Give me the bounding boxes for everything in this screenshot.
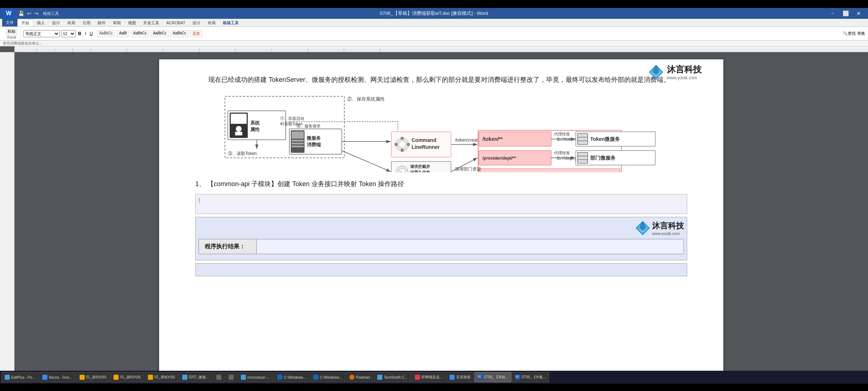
find-button[interactable]: 🔍查找 xyxy=(843,31,856,36)
style-h1[interactable]: AaBl xyxy=(116,30,129,37)
nacos-label: Nacos - Goo... xyxy=(49,375,72,379)
tab-references[interactable]: 引用 xyxy=(79,19,94,26)
svg-rect-47 xyxy=(407,143,410,146)
save-btn[interactable]: 💾 xyxy=(17,10,25,17)
source2-icon xyxy=(114,375,119,380)
taskbar-item8[interactable] xyxy=(225,372,237,382)
ribbon-tabs: 文件 开始 插入 设计 布局 引用 邮件 审阅 视图 开发工具 ACROBAT … xyxy=(0,19,868,27)
style-h2[interactable]: AaBbCc xyxy=(131,30,149,37)
minimize-button[interactable]: － xyxy=(826,8,839,19)
item8-icon xyxy=(229,375,234,380)
taskbar-microcloud[interactable]: microcloud -... xyxy=(238,372,273,382)
font-group: 等线正文 12 B I U xyxy=(24,30,94,37)
taskbar-audio[interactable]: 听啊哦是远... xyxy=(412,372,446,382)
underline-button[interactable]: U xyxy=(89,31,94,37)
taskbar: EditPlus - Po... Nacos - Goo... 01_源码代码 … xyxy=(0,371,868,384)
svg-text:/token/**: /token/** xyxy=(482,136,503,142)
svg-rect-31 xyxy=(292,143,304,144)
item7-icon xyxy=(216,375,221,380)
tab-home[interactable]: 开始 xyxy=(17,19,33,26)
taskbar-windows1[interactable]: C:\Windows... xyxy=(274,372,310,382)
restore-button[interactable]: ⬜ xyxy=(839,8,852,19)
undo-btn[interactable]: ↩ xyxy=(26,10,32,17)
tab-design2[interactable]: 设计 xyxy=(189,19,204,26)
taskbar-postman[interactable]: Postman xyxy=(346,372,373,382)
svg-text:设置头信息: 设置头信息 xyxy=(410,170,430,172)
tab-insert[interactable]: 插入 xyxy=(33,19,48,26)
taskbar-windows2[interactable]: C:\Windows... xyxy=(310,372,345,382)
result-row: 程序执行结果： xyxy=(199,239,684,254)
result-container: 沐言科技 www.yootk.com 程序执行结果： xyxy=(195,217,687,260)
svg-text:|: | xyxy=(235,48,236,51)
audio-label: 听啊哦是远... xyxy=(421,375,442,380)
font-size-select[interactable]: 12 xyxy=(61,30,76,37)
ruler-vertical xyxy=(0,52,14,371)
taskbar-techsmith[interactable]: TechSmith C... xyxy=(374,372,410,382)
architecture-diagram: ②、保存系统属性 系统 属性 ③、读取Token xyxy=(195,93,687,172)
taskbar-course[interactable]: 02_课程代码 xyxy=(145,372,178,382)
taskbar-source2[interactable]: 01_源码代码 xyxy=(110,372,144,382)
microservice-icon xyxy=(182,375,187,380)
taskbar-microservice[interactable]: 0207_微服... xyxy=(179,372,212,382)
code-cursor-2: · xyxy=(199,268,200,273)
ribbon-content: 粘贴 剪贴板 等线正文 12 B I U AaBbCc AaBl AaBbCc … xyxy=(0,27,868,41)
tab-file[interactable]: 文件 xyxy=(2,18,17,26)
document-scroll-area[interactable]: 沐言科技 www.yootk.com 现在已经成功的搭建 TokenServer… xyxy=(14,52,868,371)
tab-review[interactable]: 审阅 xyxy=(109,19,124,26)
svg-text:|: | xyxy=(199,48,200,51)
replace-button[interactable]: 替换 xyxy=(857,31,865,36)
tab-acrobat[interactable]: ACROBAT xyxy=(163,19,189,26)
svg-rect-46 xyxy=(395,143,397,146)
word2-label: 0706_【学案... xyxy=(522,375,546,380)
svg-text:|: | xyxy=(344,48,344,51)
taskbar-nacos[interactable]: Nacos - Goo... xyxy=(39,372,75,382)
style-h3[interactable]: AaBbCc xyxy=(150,30,169,37)
style-normal[interactable]: AaBbCc xyxy=(97,30,115,37)
svg-rect-44 xyxy=(401,137,404,140)
svg-text:调用部门资源: 调用部门资源 xyxy=(455,167,481,172)
svg-text:③、读取Token: ③、读取Token xyxy=(228,151,257,156)
tab-gege[interactable]: 格格工具 xyxy=(219,19,242,26)
document-page: 沐言科技 www.yootk.com 现在已经成功的搭建 TokenServer… xyxy=(159,59,723,371)
tab-view[interactable]: 视图 xyxy=(124,19,140,26)
svg-line-88 xyxy=(342,151,391,172)
taskbar-word1[interactable]: W 0706_【草稿... xyxy=(475,372,511,382)
header-label: 格格工具 xyxy=(42,10,60,17)
svg-text:Token微服务: Token微服务 xyxy=(590,136,620,142)
main-paragraph: 现在已经成功的搭建 TokenServer、微服务的授权检测、网关过滤检查，那么… xyxy=(195,74,687,85)
logo-text: 沐言科技 www.yootk.com xyxy=(667,64,702,80)
taskbar-editplus[interactable]: EditPlus - Po... xyxy=(1,372,38,382)
tab-layout2[interactable]: 布局 xyxy=(204,19,219,26)
close-button[interactable]: ✕ xyxy=(852,8,865,19)
style-h4[interactable]: AaBbCc xyxy=(170,30,189,37)
italic-button[interactable]: I xyxy=(84,31,87,37)
taskbar-source1[interactable]: 01_源码代码 xyxy=(76,372,110,382)
tab-layout[interactable]: 布局 xyxy=(64,19,79,26)
code-box-2[interactable]: · xyxy=(195,263,687,276)
redo-btn[interactable]: ↪ xyxy=(34,10,39,17)
tab-developer[interactable]: 开发工具 xyxy=(140,19,163,26)
paste-button[interactable]: 粘贴 xyxy=(6,28,17,35)
bold-button[interactable]: B xyxy=(77,31,82,37)
tab-mailings[interactable]: 邮件 xyxy=(94,19,109,26)
svg-text:✓: ✓ xyxy=(400,170,403,172)
taskbar-item7[interactable] xyxy=(213,372,225,382)
tab-design[interactable]: 设计 xyxy=(48,19,64,26)
ruler-horizontal: || || || || || || xyxy=(14,46,868,52)
taskbar-baidu[interactable]: 百度搜索 xyxy=(446,372,474,382)
company-name: 沐言科技 xyxy=(652,220,684,231)
font-family-select[interactable]: 等线正文 xyxy=(24,30,60,37)
svg-point-43 xyxy=(399,141,406,148)
window-title: 0706_【草稿】消费端获取wT.doc [兼容模式] - Word xyxy=(380,10,488,17)
svg-text:LineRunner: LineRunner xyxy=(412,144,440,150)
result-logo: 沐言科技 www.yootk.com xyxy=(199,220,684,236)
svg-point-21 xyxy=(236,126,242,132)
quick-access-toolbar: 💾 ↩ ↪ 格格工具 xyxy=(17,10,60,17)
code-box-1[interactable]: | xyxy=(195,194,687,214)
style-active[interactable]: 正文 xyxy=(190,30,203,37)
svg-text:系统: 系统 xyxy=(250,120,260,126)
taskbar-word2[interactable]: W 0706_【学案... xyxy=(512,372,549,382)
result-label: 程序执行结果： xyxy=(199,239,257,254)
svg-text:|: | xyxy=(54,48,55,51)
source2-label: 01_源码代码 xyxy=(120,375,141,380)
